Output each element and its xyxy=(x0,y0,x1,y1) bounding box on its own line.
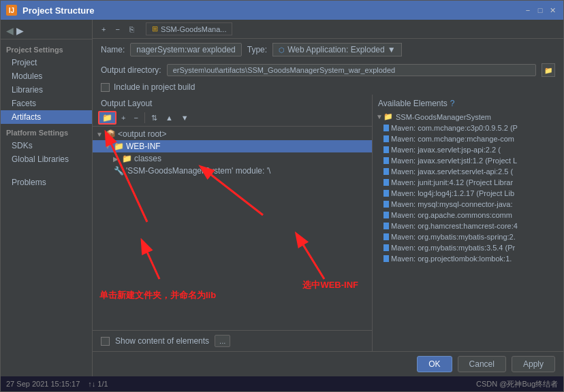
available-tree[interactable]: ▼ 📁 SSM-GoodsManagerSystem Maven: com.mc… xyxy=(373,110,563,351)
layout-remove-button[interactable]: − xyxy=(130,112,141,124)
maven-bar-icon-3 xyxy=(383,157,389,164)
status-right: CSDN @死神Bug终结者 xyxy=(476,379,558,389)
layout-down-button[interactable]: ▼ xyxy=(178,112,192,124)
output-dir-label: Output directory: xyxy=(101,65,161,75)
sidebar-item-problems[interactable]: Problems xyxy=(1,176,92,189)
output-layout-header: Output Layout xyxy=(93,95,372,110)
apply-button[interactable]: Apply xyxy=(512,356,555,372)
project-expand-icon: ▼ xyxy=(375,113,383,120)
avail-item-11[interactable]: Maven: org.mybatis:mybatis:3.5.4 (Pr xyxy=(373,242,563,253)
avail-item-9[interactable]: Maven: org.hamcrest:hamcrest-core:4 xyxy=(373,220,563,231)
platform-settings-group: Platform Settings xyxy=(1,127,92,139)
nav-arrows: ◀ ▶ xyxy=(1,22,92,39)
sidebar-item-facets[interactable]: Facets xyxy=(1,97,92,110)
sidebar-item-sdks[interactable]: SDKs xyxy=(1,139,92,152)
tree-item-output-root[interactable]: ▼ 📦 <output root> xyxy=(93,128,372,140)
layout-toolbar: 📁 + − ⇅ ▲ ▼ xyxy=(93,110,372,127)
avail-label-1: Maven: com.mchange:mchange-com xyxy=(391,135,514,143)
main-content: ◀ ▶ Project Settings Project Modules Lib… xyxy=(1,20,563,376)
artifacts-toolbar: + − ⎘ ⊞ SSM-GoodsMana... xyxy=(93,20,563,39)
sidebar-item-artifacts[interactable]: Artifacts xyxy=(1,110,92,124)
avail-item-1[interactable]: Maven: com.mchange:mchange-com xyxy=(373,133,563,144)
layout-up-button[interactable]: ▲ xyxy=(162,112,176,124)
avail-item-8[interactable]: Maven: org.apache.commons:comm xyxy=(373,210,563,220)
sidebar-item-project[interactable]: Project xyxy=(1,56,92,69)
layout-add-button[interactable]: + xyxy=(118,112,129,124)
avail-label-2: Maven: javax.servlet:jsp-api:2.2 ( xyxy=(391,146,501,154)
output-dir-browse-button[interactable]: 📁 xyxy=(542,63,555,77)
available-help-icon[interactable]: ? xyxy=(450,99,455,108)
artifact-tab[interactable]: ⊞ SSM-GoodsMana... xyxy=(146,22,233,35)
artifact-type-dropdown[interactable]: ⬡ Web Application: Exploded ▼ xyxy=(272,43,401,56)
webinf-folder-icon: 📁 xyxy=(114,142,124,151)
output-root-icon: 📦 xyxy=(106,129,116,139)
avail-item-5[interactable]: Maven: junit:junit:4.12 (Project Librar xyxy=(373,177,563,188)
back-arrow[interactable]: ◀ xyxy=(6,25,14,36)
include-in-build-label: Include in project build xyxy=(114,82,195,92)
project-root-label: SSM-GoodsManagerSystem xyxy=(396,113,491,121)
window-title: Project Structure xyxy=(22,5,522,16)
output-tree[interactable]: ▼ 📦 <output root> ▼ 📁 WEB-INF ▶ xyxy=(93,127,372,276)
maven-bar-icon-2 xyxy=(383,146,389,153)
classes-label: classes xyxy=(134,154,161,163)
dialog-footer: OK Cancel Apply xyxy=(93,351,563,376)
forward-arrow[interactable]: ▶ xyxy=(16,25,24,36)
module-icon: 🔧 xyxy=(114,166,124,176)
add-artifact-button[interactable]: + xyxy=(98,23,109,35)
classes-expand-icon: ▶ xyxy=(112,155,120,163)
show-content-checkbox[interactable] xyxy=(101,337,110,346)
avail-item-0[interactable]: Maven: com.mchange:c3p0:0.9.5.2 (P xyxy=(373,122,563,133)
avail-item-10[interactable]: Maven: org.mybatis:mybatis-spring:2. xyxy=(373,231,563,242)
available-elements-header: Available Elements ? xyxy=(373,95,563,110)
sidebar-item-modules[interactable]: Modules xyxy=(1,69,92,83)
layout-sort-button[interactable]: ⇅ xyxy=(148,112,161,125)
avail-item-project-root[interactable]: ▼ 📁 SSM-GoodsManagerSystem xyxy=(373,111,563,122)
avail-label-5: Maven: junit:junit:4.12 (Project Librar xyxy=(391,178,513,186)
cancel-button[interactable]: Cancel xyxy=(458,356,506,372)
sidebar-item-libraries[interactable]: Libraries xyxy=(1,83,92,97)
available-elements-panel: Available Elements ? ▼ 📁 SSM-GoodsManage… xyxy=(373,95,563,351)
main-panel: + − ⎘ ⊞ SSM-GoodsMana... Name: nagerSyst… xyxy=(93,20,563,376)
bottom-bar: Show content of elements ... xyxy=(93,330,372,351)
include-in-build-checkbox[interactable] xyxy=(101,83,110,92)
title-bar: IJ Project Structure − □ ✕ xyxy=(1,1,563,20)
output-root-label: <output root> xyxy=(118,129,166,139)
new-folder-button[interactable]: 📁 xyxy=(98,111,116,125)
avail-item-3[interactable]: Maven: javax.servlet:jstl:1.2 (Project L xyxy=(373,155,563,166)
artifact-name-field[interactable]: nagerSystem:war exploded xyxy=(130,43,241,56)
sidebar-item-global-libraries[interactable]: Global Libraries xyxy=(1,152,92,166)
avail-label-9: Maven: org.hamcrest:hamcrest-core:4 xyxy=(391,222,518,230)
avail-item-7[interactable]: Maven: mysql:mysql-connector-java: xyxy=(373,199,563,210)
avail-label-8: Maven: org.apache.commons:comm xyxy=(391,211,512,219)
web-app-icon: ⬡ xyxy=(279,46,285,54)
maven-bar-icon-9 xyxy=(383,223,389,229)
webinf-expand-icon: ▼ xyxy=(104,143,112,150)
status-date: 27 Sep 2021 15:15:17 xyxy=(6,380,80,388)
remove-artifact-button[interactable]: − xyxy=(112,23,123,35)
minimize-button[interactable]: − xyxy=(522,5,533,16)
avail-item-6[interactable]: Maven: log4j:log4j:1.2.17 (Project Lib xyxy=(373,188,563,199)
maven-bar-icon-12 xyxy=(383,255,389,262)
platform-settings-section: Platform Settings SDKs Global Libraries xyxy=(1,125,92,167)
project-settings-group: Project Settings xyxy=(1,44,92,56)
avail-item-4[interactable]: Maven: javax.servlet:servlet-api:2.5 ( xyxy=(373,166,563,177)
artifact-tab-icon: ⊞ xyxy=(152,24,158,33)
copy-artifact-button[interactable]: ⎘ xyxy=(126,23,138,35)
avail-item-12[interactable]: Maven: org.projectlombok:lombok:1. xyxy=(373,253,563,264)
avail-item-2[interactable]: Maven: javax.servlet:jsp-api:2.2 ( xyxy=(373,144,563,155)
ok-button[interactable]: OK xyxy=(417,356,452,372)
close-button[interactable]: ✕ xyxy=(547,5,558,16)
output-dir-field[interactable]: erSystem\out\artifacts\SSM_GoodsManagerS… xyxy=(167,64,536,76)
status-bar: 27 Sep 2021 15:15:17 ↑↓ 1/1 CSDN @死神Bug终… xyxy=(1,376,563,391)
more-options-button[interactable]: ... xyxy=(215,335,230,347)
maven-bar-icon-1 xyxy=(383,135,389,142)
avail-label-12: Maven: org.projectlombok:lombok:1. xyxy=(391,255,512,263)
sidebar: ◀ ▶ Project Settings Project Modules Lib… xyxy=(1,20,93,376)
tree-item-webinf[interactable]: ▼ 📁 WEB-INF xyxy=(93,140,372,152)
project-folder-icon: 📁 xyxy=(383,112,393,121)
tree-item-module[interactable]: ▶ 🔧 'SSM-GoodsManagerSystem' module: '\ xyxy=(93,165,372,177)
maximize-button[interactable]: □ xyxy=(535,5,546,16)
tree-item-classes[interactable]: ▶ 📁 classes xyxy=(93,152,372,165)
maven-bar-icon-11 xyxy=(383,244,389,251)
avail-label-10: Maven: org.mybatis:mybatis-spring:2. xyxy=(391,233,516,241)
